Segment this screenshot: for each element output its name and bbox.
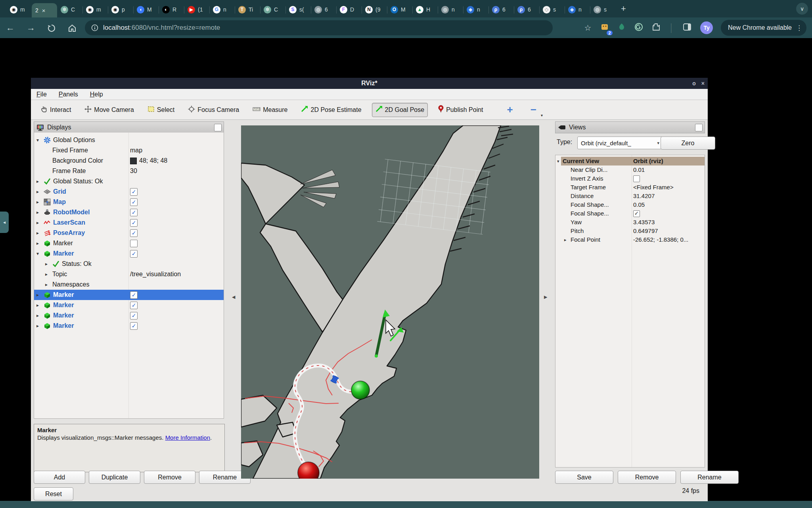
reload-button[interactable] <box>41 23 62 33</box>
tab[interactable]: Gn <box>209 2 235 17</box>
tab[interactable]: ◆n <box>565 2 590 17</box>
display-tree-row[interactable]: ▸Marker✓ <box>34 290 224 300</box>
display-tree-row[interactable]: ▸Map✓ <box>34 197 224 207</box>
address-bar[interactable]: localhost:6080/vnc.html?resize=remote <box>85 20 553 35</box>
enable-checkbox[interactable]: ✓ <box>130 219 138 227</box>
display-tree-row[interactable]: ▸LaserScan✓ <box>34 217 224 228</box>
expander-icon[interactable]: ▸ <box>36 310 39 321</box>
tool-interact[interactable]: Interact <box>37 103 74 117</box>
display-tree-row[interactable]: Background Color48; 48; 48 <box>34 156 224 166</box>
enable-checkbox[interactable]: ✓ <box>130 209 138 216</box>
expander-icon[interactable]: ▸ <box>36 228 39 238</box>
expander-icon[interactable]: ▸ <box>36 207 39 217</box>
expander-icon[interactable]: ▸ <box>36 238 39 248</box>
enable-checkbox[interactable]: ✓ <box>130 302 138 309</box>
views-float-button[interactable] <box>695 124 703 131</box>
display-tree-row[interactable]: ▸Marker <box>34 238 224 248</box>
back-button[interactable]: ← <box>0 23 21 33</box>
extensions-puzzle-icon[interactable] <box>652 23 661 33</box>
property-checkbox[interactable]: ✓ <box>633 210 640 217</box>
tool-2d-pose-estimate[interactable]: 2D Pose Estimate <box>298 103 364 117</box>
view-property-row[interactable]: Distance31.4207 <box>555 192 705 200</box>
display-tree-row[interactable]: ▸Namespaces <box>34 279 224 290</box>
bookmark-star-icon[interactable]: ☆ <box>584 23 592 33</box>
tab[interactable]: N(9 <box>362 2 387 17</box>
views-remove-button[interactable]: Remove <box>618 471 676 484</box>
expander-icon[interactable]: ▾ <box>36 135 39 145</box>
new-tab-button[interactable]: + <box>615 4 632 14</box>
display-tree-row[interactable]: ▸PoseArray✓ <box>34 228 224 238</box>
views-rename-button[interactable]: Rename <box>680 471 739 484</box>
profile-avatar[interactable]: Ty <box>700 21 713 34</box>
collapse-left-panel-icon[interactable]: ◀ <box>232 294 235 300</box>
tab[interactable]: ✼C <box>260 2 285 17</box>
display-tree-row[interactable]: ▸Marker✓ <box>34 321 224 331</box>
displays-panel-header[interactable]: Displays <box>34 121 224 133</box>
expander-icon[interactable]: ▾ <box>36 248 39 259</box>
view-property-row[interactable]: Pitch0.649797 <box>555 227 705 235</box>
enable-checkbox[interactable]: ✓ <box>130 188 138 196</box>
menu-panels[interactable]: Panels <box>59 91 78 98</box>
tab[interactable]: FD <box>336 2 362 17</box>
url-text[interactable]: localhost:6080/vnc.html?resize=remote <box>103 24 220 32</box>
tab[interactable]: ◉m <box>82 2 108 17</box>
tab[interactable]: OM <box>387 2 412 17</box>
enable-checkbox[interactable]: ✓ <box>130 322 138 330</box>
tab-active[interactable]: 2× <box>32 3 57 17</box>
home-button[interactable] <box>62 23 82 33</box>
browser-menu-icon[interactable]: ⋮ <box>796 24 802 32</box>
expander-icon[interactable]: ▸ <box>45 279 48 290</box>
display-tree-row[interactable]: Frame Rate30 <box>34 166 224 176</box>
3d-viewport[interactable] <box>241 125 539 479</box>
tool-focus-camera[interactable]: Focus Camera <box>185 103 242 117</box>
rviz-title-bar[interactable]: RViz* o × <box>31 78 708 89</box>
expander-icon[interactable]: ▸ <box>36 187 39 197</box>
display-tree-row[interactable]: Fixed Framemap <box>34 145 224 156</box>
display-tree-row[interactable]: ▸Marker✓ <box>34 310 224 321</box>
enable-checkbox[interactable]: ✓ <box>130 291 138 299</box>
expander-icon[interactable]: ▸ <box>45 269 48 279</box>
remove-button[interactable]: Remove <box>144 471 195 484</box>
restore-window-icon[interactable]: o <box>692 80 696 87</box>
view-property-row[interactable]: Target Frame<Fixed Frame> <box>555 183 705 192</box>
menu-help[interactable]: Help <box>90 91 103 98</box>
grammarly-icon[interactable] <box>634 23 643 33</box>
tab[interactable]: ρ6 <box>488 2 514 17</box>
displays-float-button[interactable] <box>214 124 222 131</box>
display-tree-row[interactable]: ▸Grid✓ <box>34 187 224 197</box>
collapse-right-panel-icon[interactable]: ▶ <box>544 294 547 300</box>
enable-checkbox[interactable]: ✓ <box>130 229 138 237</box>
tab[interactable]: ▶(1 <box>184 2 209 17</box>
expander-icon[interactable]: ▸ <box>36 176 39 187</box>
menu-file[interactable]: File <box>36 91 47 98</box>
duplicate-button[interactable]: Duplicate <box>89 471 140 484</box>
display-tree-row[interactable]: ▸RobotModel✓ <box>34 207 224 217</box>
novnc-control-handle[interactable]: ◂ <box>0 212 9 233</box>
view-type-dropdown[interactable]: Orbit (rviz_default_ ▾ <box>577 137 663 149</box>
enable-checkbox[interactable]: ✓ <box>130 198 138 206</box>
tool-publish-point[interactable]: Publish Point <box>435 103 486 117</box>
tab[interactable]: ◍s <box>590 2 615 17</box>
expander-icon[interactable]: ▸ <box>36 290 39 300</box>
expander-icon[interactable]: ▸ <box>36 197 39 207</box>
add-button[interactable]: Add <box>34 471 85 484</box>
enable-checkbox[interactable] <box>130 240 138 247</box>
expander-icon[interactable]: ▸ <box>564 235 567 244</box>
extension-icon[interactable]: 2 <box>600 23 609 33</box>
expander-icon[interactable]: ▸ <box>45 259 48 269</box>
tab[interactable]: Ss( <box>285 2 311 17</box>
view-property-row[interactable]: Invert Z Axis <box>555 174 705 183</box>
display-tree-row[interactable]: ▸Global Status: Ok <box>34 176 224 187</box>
remove-tool-button[interactable]: −▾ <box>527 101 540 118</box>
tab[interactable]: ◍n <box>438 2 463 17</box>
tab[interactable]: ρ6 <box>514 2 539 17</box>
tab[interactable]: ◉p <box>108 2 133 17</box>
view-property-row[interactable]: Focal Shape...0.05 <box>555 200 705 209</box>
property-checkbox[interactable] <box>633 175 640 182</box>
tool-2d-goal-pose[interactable]: 2D Goal Pose <box>372 103 428 117</box>
display-tree-row[interactable]: ▸Marker✓ <box>34 300 224 310</box>
enable-checkbox[interactable]: ✓ <box>130 312 138 319</box>
expander-icon[interactable]: ▸ <box>36 217 39 228</box>
tab[interactable]: ◆n <box>463 2 488 17</box>
view-property-row[interactable]: Near Clip Di...0.01 <box>555 165 705 174</box>
